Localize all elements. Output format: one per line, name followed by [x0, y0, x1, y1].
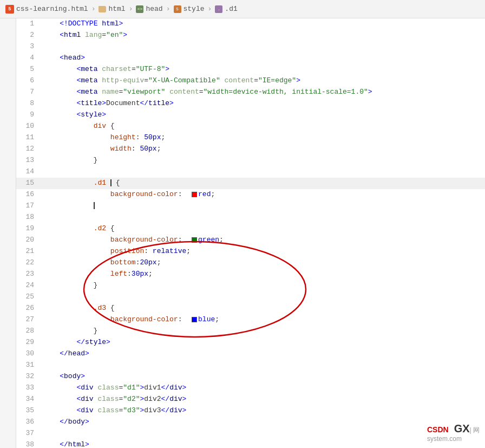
line-number: 19 — [16, 223, 41, 235]
line-content: height: 50px; — [41, 132, 485, 144]
line-content: <head> — [41, 53, 485, 64]
folder-icon — [99, 6, 106, 12]
table-row: 7 <meta name="viewport" content="width=d… — [16, 87, 485, 98]
table-row: 29 </style> — [16, 337, 485, 348]
line-content — [41, 291, 485, 303]
line-content: <meta name="viewport" content="width=dev… — [41, 87, 485, 98]
line-number: 32 — [16, 371, 41, 382]
line-content — [41, 212, 485, 223]
breadcrumb-item-html[interactable]: html — [99, 5, 125, 13]
line-content: background-color: green; — [41, 235, 485, 246]
table-row: 26 .d3 { — [16, 303, 485, 314]
table-row: 17 — [16, 200, 485, 212]
table-row: 14 — [16, 166, 485, 178]
line-number: 4 — [16, 53, 41, 64]
line-number: 7 — [16, 87, 41, 98]
line-number: 17 — [16, 200, 41, 212]
line-number: 6 — [16, 75, 41, 87]
table-row: 15 .d1 { — [16, 178, 485, 189]
sidebar — [0, 18, 16, 448]
breadcrumb-item-d1[interactable]: . .d1 — [215, 5, 237, 13]
line-number: 14 — [16, 166, 41, 178]
watermark-gx: GX — [454, 423, 470, 434]
line-content: } — [41, 280, 485, 291]
table-row: 10 div { — [16, 121, 485, 132]
table-row: 5 <meta charset="UTF-8"> — [16, 64, 485, 75]
html5-icon: 5 — [5, 5, 14, 14]
line-content: <div class="d3">div3</div> — [41, 405, 485, 417]
line-number: 10 — [16, 121, 41, 132]
watermark-domain: system.com — [427, 435, 462, 443]
line-content: bottom:20px; — [41, 257, 485, 269]
line-content: <!DOCTYPE html> — [41, 18, 485, 30]
table-row: 19 .d2 { — [16, 223, 485, 235]
table-row: 38 </html> — [16, 439, 485, 448]
breadcrumb-sep-4: › — [208, 5, 212, 13]
table-row: 37 — [16, 428, 485, 439]
line-number: 13 — [16, 155, 41, 166]
line-content: <html lang="en"> — [41, 30, 485, 41]
table-row: 32 <body> — [16, 371, 485, 382]
breadcrumb-item-file[interactable]: 5 css-learning.html — [5, 5, 88, 14]
breadcrumb-sep-1: › — [91, 5, 96, 13]
breadcrumb-file-label: css-learning.html — [16, 5, 88, 13]
table-row: 6 <meta http-equiv="X-UA-Compatible" con… — [16, 75, 485, 87]
line-number: 35 — [16, 405, 41, 417]
table-row: 31 — [16, 360, 485, 371]
line-content: } — [41, 155, 485, 166]
line-number: 25 — [16, 291, 41, 303]
line-number: 22 — [16, 257, 41, 269]
breadcrumb-item-style[interactable]: S style — [174, 5, 205, 13]
line-content — [41, 428, 485, 439]
line-number: 9 — [16, 109, 41, 121]
line-number: 21 — [16, 246, 41, 257]
line-number: 27 — [16, 314, 41, 326]
line-number: 33 — [16, 382, 41, 394]
line-content — [41, 166, 485, 178]
line-number: 15 — [16, 178, 41, 189]
table-row: 8 <title>Document</title> — [16, 98, 485, 109]
breadcrumb-item-head[interactable]: <> head — [136, 5, 162, 13]
table-row: 4 <head> — [16, 53, 485, 64]
table-row: 3 — [16, 41, 485, 53]
line-number: 18 — [16, 212, 41, 223]
line-number: 5 — [16, 64, 41, 75]
line-number: 2 — [16, 30, 41, 41]
line-number: 36 — [16, 417, 41, 428]
code-area[interactable]: 1 <!DOCTYPE html> 2 <html lang="en"> 3 — [16, 18, 485, 448]
table-row: 30 </head> — [16, 348, 485, 360]
line-number: 3 — [16, 41, 41, 53]
line-content: <style> — [41, 109, 485, 121]
line-content: div { — [41, 121, 485, 132]
line-number: 16 — [16, 189, 41, 200]
line-content: background-color: red; — [41, 189, 485, 200]
table-row: 23 left:30px; — [16, 269, 485, 280]
line-content: <div class="d1">div1</div> — [41, 382, 485, 394]
table-row: 11 height: 50px; — [16, 132, 485, 144]
table-row: 22 bottom:20px; — [16, 257, 485, 269]
editor-main: 1 <!DOCTYPE html> 2 <html lang="en"> 3 — [0, 18, 485, 448]
watermark: CSDN GX| 网 system.com — [427, 423, 480, 443]
line-content: </body> — [41, 417, 485, 428]
line-number: 38 — [16, 439, 41, 448]
table-row: 12 width: 50px; — [16, 144, 485, 155]
line-content: position: relative; — [41, 246, 485, 257]
line-number: 34 — [16, 394, 41, 405]
line-content: <meta http-equiv="X-UA-Compatible" conte… — [41, 75, 485, 87]
table-row: 2 <html lang="en"> — [16, 30, 485, 41]
table-row: 24 } — [16, 280, 485, 291]
breadcrumb-style-label: style — [183, 5, 205, 13]
breadcrumb-sep-3: › — [166, 5, 171, 13]
table-row: 33 <div class="d1">div1</div> — [16, 382, 485, 394]
line-content: background-color: blue; — [41, 314, 485, 326]
breadcrumb-head-label: head — [146, 5, 162, 13]
line-number: 24 — [16, 280, 41, 291]
line-number: 30 — [16, 348, 41, 360]
code-table: 1 <!DOCTYPE html> 2 <html lang="en"> 3 — [16, 18, 485, 448]
table-row: 28 } — [16, 326, 485, 337]
line-content: .d2 { — [41, 223, 485, 235]
line-number: 23 — [16, 269, 41, 280]
table-row: 1 <!DOCTYPE html> — [16, 18, 485, 30]
line-content: left:30px; — [41, 269, 485, 280]
line-content: .d1 { — [41, 178, 485, 189]
